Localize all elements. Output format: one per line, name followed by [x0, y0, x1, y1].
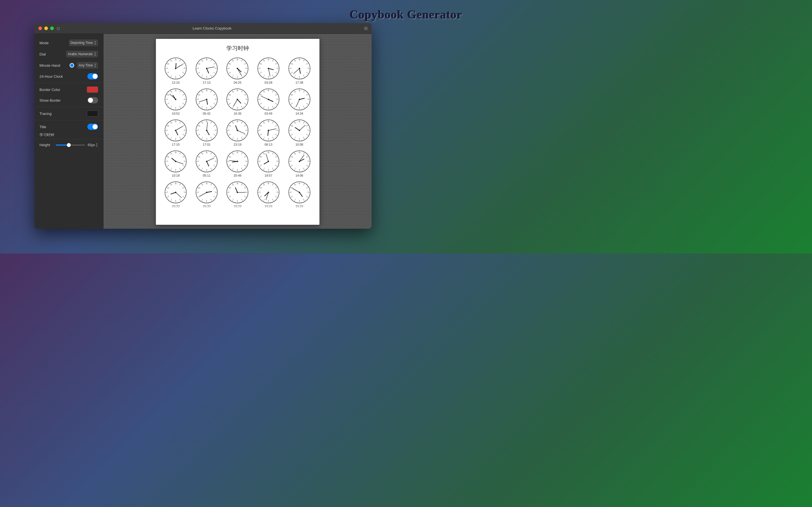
- svg-text:6: 6: [237, 107, 238, 108]
- svg-text:5: 5: [180, 199, 181, 200]
- traffic-lights: [38, 26, 54, 30]
- minimize-button[interactable]: [44, 26, 48, 30]
- svg-point-151: [206, 68, 207, 69]
- svg-text:11: 11: [232, 122, 234, 124]
- title-toggle[interactable]: [87, 124, 98, 130]
- svg-text:3: 3: [307, 98, 308, 100]
- svg-point-835: [175, 130, 176, 131]
- svg-text:9: 9: [229, 67, 230, 69]
- svg-text:5: 5: [180, 168, 181, 169]
- clock-item: 123456789101112 20:46: [223, 150, 252, 177]
- show-border-toggle[interactable]: [87, 97, 98, 103]
- slider-thumb[interactable]: [67, 143, 71, 147]
- main-window: ⊡ Learn Clocks Copybook ⊞ Mode Depicting…: [35, 23, 371, 229]
- svg-text:10: 10: [199, 125, 200, 127]
- svg-text:11: 11: [202, 60, 203, 62]
- svg-text:9: 9: [198, 160, 199, 162]
- svg-text:2: 2: [275, 125, 276, 127]
- svg-text:2: 2: [183, 94, 184, 96]
- clock-item: 123456789101112 16:35: [223, 88, 252, 115]
- clock-time-label: 03:28: [264, 81, 272, 84]
- svg-text:2: 2: [245, 94, 245, 96]
- svg-text:6: 6: [206, 107, 207, 108]
- clock-item: 123456789101112 03:49: [254, 88, 283, 115]
- svg-text:7: 7: [233, 199, 234, 200]
- clock-item: 123456789101112 10:08: [285, 119, 314, 146]
- svg-text:4: 4: [213, 103, 214, 104]
- svg-text:6: 6: [175, 107, 176, 108]
- clock-face: 123456789101112: [226, 181, 249, 204]
- svg-text:5: 5: [272, 136, 273, 138]
- svg-point-1519: [299, 161, 300, 162]
- close-button[interactable]: [38, 26, 42, 30]
- height-label: Height: [40, 143, 53, 147]
- tracing-swatch[interactable]: [87, 110, 98, 117]
- svg-text:4: 4: [275, 103, 276, 104]
- grid-icon[interactable]: ⊞: [364, 25, 368, 31]
- svg-text:2: 2: [306, 125, 307, 127]
- svg-text:1: 1: [180, 153, 181, 155]
- svg-text:10: 10: [260, 187, 262, 189]
- minute-hand-arrows-icon: ▲▼: [94, 63, 96, 68]
- svg-point-75: [175, 68, 176, 69]
- svg-point-531: [206, 99, 207, 100]
- svg-text:2: 2: [213, 187, 214, 189]
- svg-text:10: 10: [167, 125, 169, 127]
- svg-text:7: 7: [171, 106, 172, 107]
- svg-text:9: 9: [198, 129, 199, 131]
- svg-text:1: 1: [241, 91, 242, 93]
- svg-text:8: 8: [199, 195, 200, 197]
- border-color-swatch[interactable]: [87, 87, 98, 93]
- minute-hand-row: Minute Hand Any Time ▲▼: [35, 60, 103, 71]
- svg-text:10: 10: [229, 156, 231, 158]
- svg-text:4: 4: [245, 165, 245, 166]
- svg-text:1: 1: [303, 153, 304, 155]
- svg-text:2: 2: [275, 63, 276, 65]
- svg-text:8: 8: [292, 195, 292, 197]
- svg-text:12: 12: [175, 121, 176, 122]
- svg-text:2: 2: [245, 125, 245, 127]
- svg-text:12: 12: [206, 121, 207, 122]
- svg-text:10: 10: [260, 94, 262, 96]
- clock-time-label: 10:18: [172, 174, 180, 177]
- dial-select[interactable]: Arabic Numerals ▲▼: [66, 51, 98, 57]
- svg-text:10: 10: [229, 94, 231, 96]
- svg-point-1291: [206, 161, 207, 162]
- svg-text:1: 1: [210, 184, 211, 186]
- clock-item: 123456789101112 17:13: [192, 57, 221, 84]
- svg-text:8: 8: [230, 195, 231, 197]
- clock-face: 123456789101112: [288, 88, 311, 111]
- clock-time-label: 05:42: [203, 112, 211, 115]
- svg-text:1: 1: [303, 60, 304, 62]
- height-slider[interactable]: [56, 145, 85, 146]
- title-knob: [93, 124, 98, 129]
- svg-text:8: 8: [230, 133, 231, 135]
- divider-3: [35, 120, 103, 120]
- clock-item: 123456789101112 14:34: [285, 88, 314, 115]
- svg-text:7: 7: [295, 168, 296, 169]
- height-arrows-icon: ▲▼: [96, 143, 98, 148]
- svg-text:11: 11: [170, 153, 172, 155]
- clock24-toggle[interactable]: [87, 73, 98, 79]
- minute-hand-select[interactable]: Any Time ▲▼: [77, 62, 98, 69]
- svg-text:5: 5: [210, 199, 211, 200]
- svg-text:1: 1: [241, 153, 242, 155]
- svg-text:12: 12: [299, 90, 300, 92]
- window-body: Mode Depicting Time ▲▼ Dial Arabic Numer…: [35, 34, 371, 229]
- svg-text:9: 9: [290, 191, 291, 193]
- svg-text:2: 2: [183, 156, 184, 158]
- clock-item: 123456789101112 05:42: [192, 88, 221, 115]
- svg-text:7: 7: [264, 106, 265, 107]
- svg-text:4: 4: [306, 133, 307, 135]
- sidebar-toggle-icon[interactable]: ⊡: [57, 26, 60, 31]
- title-input[interactable]: [35, 132, 103, 138]
- clock-time-label: 03:49: [264, 112, 272, 115]
- mode-select[interactable]: Depicting Time ▲▼: [69, 40, 98, 46]
- svg-text:5: 5: [303, 106, 304, 107]
- svg-text:4: 4: [245, 195, 245, 197]
- svg-text:2: 2: [183, 125, 184, 127]
- maximize-button[interactable]: [50, 26, 54, 30]
- svg-text:2: 2: [275, 187, 276, 189]
- svg-text:2: 2: [306, 94, 307, 96]
- clock-face: 123456789101112: [195, 150, 218, 173]
